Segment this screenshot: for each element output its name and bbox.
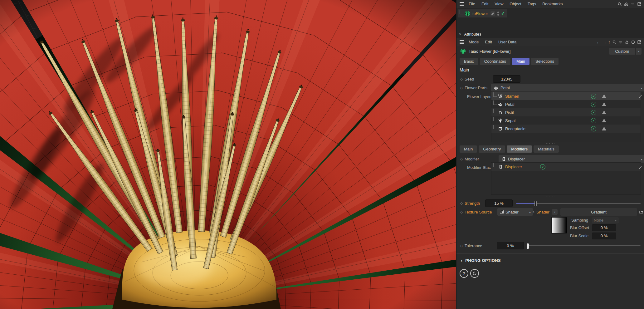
- lock-icon[interactable]: [624, 40, 629, 44]
- tab-modifiers[interactable]: Modifiers: [507, 145, 532, 153]
- tab-materials[interactable]: Materials: [534, 145, 559, 153]
- pistil-icon: [498, 110, 503, 115]
- tolerance-label: Tolerance: [465, 243, 482, 248]
- menu-view[interactable]: View: [491, 2, 506, 6]
- layer-solo-icon[interactable]: [602, 110, 606, 114]
- menu-bookmarks[interactable]: Bookmarks: [539, 2, 566, 6]
- key-diamond-icon[interactable]: [458, 77, 465, 81]
- hamburger-menu-icon[interactable]: [460, 2, 464, 6]
- layer-row-sepal[interactable]: Sepal: [491, 116, 641, 125]
- tree-item-toflower[interactable]: toFlower ✓: [458, 9, 507, 17]
- layer-solo-icon[interactable]: [602, 102, 606, 106]
- tab-geometry[interactable]: Geometry: [479, 145, 505, 153]
- up-arrow-icon[interactable]: ↑: [608, 40, 610, 44]
- home-icon[interactable]: [624, 2, 628, 6]
- stack-row-displacer[interactable]: Displacer: [491, 163, 641, 171]
- tolerance-slider-handle[interactable]: [527, 243, 529, 249]
- enabled-checkmark-icon[interactable]: ✓: [501, 11, 505, 16]
- seed-row: Seed: [456, 75, 644, 83]
- flower-parts-dropdown[interactable]: Petal: [491, 84, 644, 91]
- layer-enabled-icon[interactable]: [591, 126, 596, 131]
- menu-file[interactable]: File: [466, 2, 478, 6]
- close-icon[interactable]: [459, 32, 461, 37]
- collapse-chevron-icon[interactable]: [461, 258, 462, 263]
- menu-edit[interactable]: Edit: [478, 2, 491, 6]
- key-diamond-icon[interactable]: [458, 210, 465, 214]
- new-window-icon[interactable]: [637, 2, 642, 6]
- resize-handle[interactable]: [456, 197, 644, 197]
- blur-offset-input[interactable]: [592, 224, 616, 231]
- key-diamond-icon[interactable]: [458, 201, 465, 205]
- modifier-enabled-icon[interactable]: [540, 164, 545, 169]
- help-button[interactable]: ?: [460, 269, 468, 278]
- menu-tags[interactable]: Tags: [524, 2, 539, 6]
- search-icon[interactable]: [617, 2, 622, 6]
- layer-solo-icon[interactable]: [602, 127, 606, 130]
- object-title-row: Taiao Flower [toFlower] Custom: [456, 47, 644, 56]
- layer-solo-icon[interactable]: [602, 94, 606, 98]
- shader-dice-icon: [499, 210, 504, 214]
- folder-icon[interactable]: [639, 210, 643, 214]
- new-window-icon[interactable]: [637, 40, 642, 44]
- preset-dropdown[interactable]: Custom: [609, 48, 635, 55]
- gradient-button[interactable]: Gradient: [560, 208, 637, 216]
- key-diamond-icon[interactable]: [458, 157, 465, 161]
- tab-main[interactable]: Main: [512, 58, 529, 65]
- texture-source-label: Texture Source: [465, 210, 492, 214]
- menu-edit2[interactable]: Edit: [482, 40, 495, 44]
- layer-row-stamen[interactable]: Stamen: [491, 92, 641, 100]
- visibility-dots-icon[interactable]: [497, 12, 499, 16]
- menu-mode[interactable]: Mode: [466, 40, 482, 44]
- edit-tag-icon[interactable]: [490, 11, 495, 16]
- stamen-icon: [498, 94, 503, 99]
- modifier-dropdown[interactable]: Displacer: [499, 155, 644, 163]
- blur-scale-input[interactable]: [592, 233, 616, 239]
- eyedropper-icon[interactable]: [639, 165, 643, 170]
- hamburger-menu-icon[interactable]: [460, 40, 464, 44]
- layer-enabled-icon[interactable]: [591, 118, 596, 123]
- tab-main2[interactable]: Main: [460, 145, 477, 153]
- layer-row-pistil[interactable]: Pistil: [491, 108, 641, 116]
- key-diamond-icon[interactable]: [458, 244, 465, 248]
- shader-caret-button[interactable]: [552, 209, 558, 215]
- resize-handle[interactable]: [456, 143, 644, 144]
- phong-options-row[interactable]: PHONG OPTIONS: [456, 257, 644, 264]
- strength-slider-handle[interactable]: [534, 201, 537, 206]
- seed-input[interactable]: [493, 75, 520, 83]
- seed-label: Seed: [465, 77, 474, 81]
- tolerance-slider[interactable]: [527, 245, 641, 246]
- application-window: File Edit View Object Tags Bookmarks toF…: [0, 0, 644, 309]
- menu-object[interactable]: Object: [506, 2, 524, 6]
- layer-row-receptacle[interactable]: Receptacle: [491, 125, 641, 133]
- strength-input[interactable]: [485, 199, 513, 207]
- filter-icon[interactable]: [618, 40, 623, 44]
- layer-enabled-icon[interactable]: [591, 94, 596, 99]
- reset-button[interactable]: [470, 269, 479, 278]
- sepal-icon: [498, 118, 503, 123]
- tolerance-input[interactable]: [497, 242, 524, 249]
- tolerance-row: Tolerance: [456, 242, 644, 249]
- forward-arrow-icon[interactable]: →: [602, 40, 607, 44]
- layer-row-petal[interactable]: Petal: [491, 100, 641, 108]
- separator-chevron-icon: [533, 209, 534, 214]
- preset-caret-icon[interactable]: [636, 48, 642, 55]
- strength-label: Strength: [465, 201, 480, 206]
- layer-enabled-icon[interactable]: [591, 102, 596, 107]
- back-arrow-icon[interactable]: ←: [596, 40, 601, 44]
- tab-coordinates[interactable]: Coordinates: [480, 58, 510, 65]
- key-diamond-icon[interactable]: [458, 86, 465, 90]
- eyedropper-icon[interactable]: [639, 94, 643, 99]
- layer-enabled-icon[interactable]: [591, 110, 596, 115]
- tab-selections[interactable]: Selections: [531, 58, 559, 65]
- strength-row: Strength: [456, 199, 644, 207]
- menu-user-data[interactable]: User Data: [495, 40, 520, 44]
- flower-parts-label: Flower Parts: [465, 86, 487, 90]
- search-icon[interactable]: [612, 40, 617, 44]
- viewport-3d[interactable]: [0, 0, 456, 309]
- target-icon[interactable]: [631, 40, 635, 44]
- texture-source-dropdown[interactable]: Shader: [497, 208, 533, 216]
- strength-slider[interactable]: [516, 203, 641, 204]
- filter-icon[interactable]: [630, 2, 635, 6]
- layer-solo-icon[interactable]: [602, 119, 606, 122]
- tab-basic[interactable]: Basic: [460, 58, 478, 65]
